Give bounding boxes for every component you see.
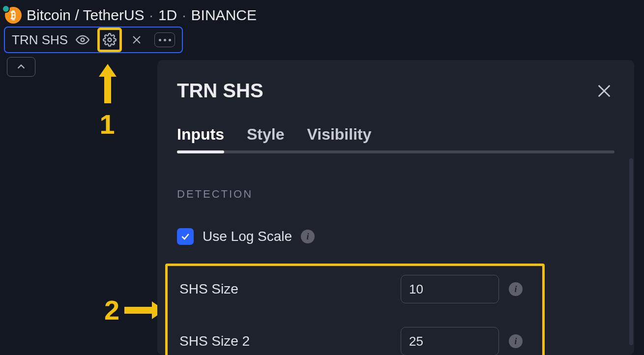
shs-size2-row: SHS Size 2 i — [179, 327, 533, 355]
tab-inputs[interactable]: Inputs — [177, 125, 224, 150]
svg-point-1 — [108, 38, 112, 42]
shs-size-label: SHS Size — [179, 281, 391, 297]
info-icon[interactable]: i — [509, 334, 523, 348]
dialog-scrollbar[interactable] — [629, 158, 633, 345]
section-label-detection: DETECTION — [177, 188, 615, 201]
shs-size-row: SHS Size i — [179, 275, 533, 303]
use-log-scale-label: Use Log Scale — [203, 229, 292, 244]
annotation-number: 1 — [99, 108, 117, 140]
shs-size2-input[interactable] — [401, 327, 499, 355]
shs-size-highlight-box: SHS Size i SHS Size 2 i — [165, 264, 545, 355]
tab-visibility[interactable]: Visibility — [307, 125, 371, 150]
exchange-name: BINANCE — [191, 7, 257, 24]
provider-badge-icon — [2, 5, 10, 13]
settings-highlight-box — [97, 28, 122, 52]
info-icon[interactable]: i — [509, 282, 523, 296]
chart-header: Bitcoin / TetherUS · 1D · BINANCE — [0, 0, 644, 26]
timeframe[interactable]: 1D — [158, 7, 177, 24]
arrow-up-icon — [99, 64, 117, 77]
use-log-scale-row: Use Log Scale i — [177, 228, 615, 245]
annotation-step-1: 1 — [99, 64, 117, 140]
annotation-step-2: 2 — [104, 294, 165, 326]
close-icon[interactable] — [130, 33, 144, 47]
svg-point-0 — [81, 38, 85, 42]
info-icon[interactable]: i — [301, 230, 315, 243]
tab-underline — [177, 150, 615, 153]
dialog-title: TRN SHS — [177, 80, 263, 102]
use-log-scale-checkbox[interactable] — [177, 228, 194, 245]
collapse-button[interactable] — [7, 57, 35, 77]
eye-icon[interactable] — [76, 33, 89, 47]
tab-style[interactable]: Style — [247, 125, 284, 150]
dialog-tabs: Inputs Style Visibility — [177, 125, 615, 150]
indicator-row: TRN SHS — [0, 26, 644, 54]
separator-dot: · — [149, 7, 153, 24]
shs-size2-label: SHS Size 2 — [179, 333, 391, 349]
dialog-close-button[interactable] — [594, 81, 615, 101]
annotation-number: 2 — [104, 294, 119, 326]
indicator-chip[interactable]: TRN SHS — [4, 27, 183, 53]
more-icon[interactable] — [154, 32, 175, 47]
symbol-pair[interactable]: Bitcoin / TetherUS — [27, 7, 145, 24]
indicator-label: TRN SHS — [12, 32, 68, 48]
shs-size-input[interactable] — [401, 275, 499, 303]
separator-dot: · — [182, 7, 186, 24]
gear-icon[interactable] — [103, 33, 117, 47]
bitcoin-icon — [5, 7, 22, 24]
